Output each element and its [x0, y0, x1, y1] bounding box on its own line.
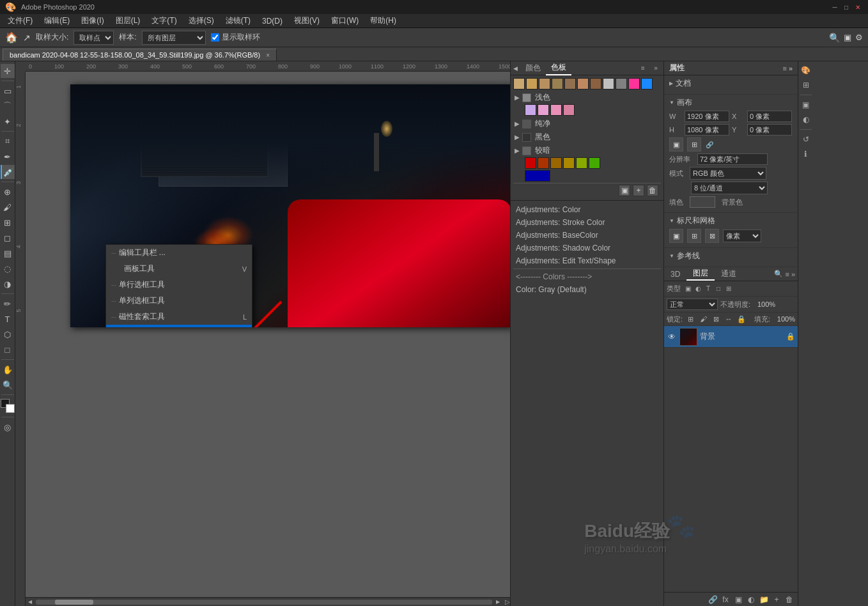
lock-pos-btn[interactable]: ⊞: [685, 314, 695, 324]
folder-pure[interactable]: ▶ 纯净: [513, 117, 661, 130]
adj-item-stroke[interactable]: Adjustments: Stroke Color: [513, 216, 661, 229]
samplesize-select[interactable]: 取样点: [74, 31, 114, 45]
tool-lasso[interactable]: ⌒: [1, 99, 15, 113]
tab-color[interactable]: 颜色: [520, 61, 546, 75]
panel-more-btn[interactable]: »: [651, 63, 661, 74]
menu-layer[interactable]: 图层(L): [111, 14, 146, 27]
foreground-color[interactable]: [1, 399, 15, 413]
layer-eye-btn[interactable]: 👁: [667, 332, 677, 342]
scroll-track-h[interactable]: [36, 600, 492, 605]
swatch-add-btn[interactable]: +: [633, 185, 644, 196]
layer-type-pixel[interactable]: ▣: [683, 284, 692, 293]
ctx-crop[interactable]: ⌗ 裁剪工具 C: [106, 325, 252, 327]
layers-more-icon[interactable]: »: [791, 270, 795, 278]
prop-y-input[interactable]: [747, 124, 792, 136]
layer-type-smart[interactable]: ⊞: [724, 284, 733, 293]
swatch-delete-btn[interactable]: 🗑: [647, 185, 658, 196]
layers-search-icon[interactable]: 🔍: [774, 270, 783, 278]
swatch-1[interactable]: [513, 78, 525, 89]
menu-select[interactable]: 选择(S): [183, 14, 219, 27]
swatch-10[interactable]: [628, 78, 640, 89]
grid-icon-3[interactable]: ⊠: [705, 229, 719, 243]
tool-hand[interactable]: ✋: [1, 362, 15, 377]
adj-item-shadow[interactable]: Adjustments: Shadow Color: [513, 242, 661, 254]
tool-eyedropper[interactable]: ✒: [1, 150, 15, 164]
menu-window[interactable]: 窗口(W): [326, 14, 364, 27]
panel-menu-btn[interactable]: ≡: [638, 63, 648, 74]
swatch-3[interactable]: [539, 78, 550, 89]
layer-link-btn[interactable]: 🔗: [707, 594, 718, 605]
swatch-dark-2[interactable]: [538, 157, 549, 169]
ctx-edit-toolbar[interactable]: ··· 编辑工具栏 ...: [106, 245, 252, 261]
swatch-light-3[interactable]: [550, 104, 562, 116]
menu-filter[interactable]: 滤镜(T): [221, 14, 256, 27]
tool-move[interactable]: ✛: [1, 64, 15, 78]
prop-link-btn[interactable]: 🔗: [705, 140, 714, 149]
tab-channels[interactable]: 通道: [715, 267, 743, 281]
folder-dark[interactable]: ▶ 较暗: [513, 144, 661, 157]
tool-selection[interactable]: ▭: [1, 84, 15, 98]
layout-icon[interactable]: ▣: [844, 33, 851, 42]
swatch-7[interactable]: [590, 78, 601, 89]
tab-layers[interactable]: 图层: [686, 267, 715, 281]
menu-text[interactable]: 文字(T): [146, 14, 182, 27]
swatch-5[interactable]: [564, 78, 576, 89]
settings-icon[interactable]: ⚙: [855, 33, 863, 42]
swatch-create-btn[interactable]: ▣: [619, 185, 630, 196]
document-tab[interactable]: bandicam 2020-04-08 12-55-18-158.00_08_3…: [3, 49, 277, 61]
layer-folder-btn[interactable]: 📁: [758, 594, 770, 605]
lock-draw-btn[interactable]: 🖌: [698, 314, 708, 324]
tool-mode[interactable]: ◎: [1, 420, 15, 434]
prop-icon-1[interactable]: ▣: [669, 137, 683, 152]
show-ring-checkbox[interactable]: [211, 33, 219, 42]
menu-view[interactable]: 视图(V): [289, 14, 325, 27]
menu-3d[interactable]: 3D(D): [257, 15, 288, 27]
search-icon-top[interactable]: 🔍: [829, 33, 840, 43]
layer-adjust-btn[interactable]: ◐: [745, 594, 757, 605]
tool-wand[interactable]: ✦: [1, 114, 15, 128]
swatch-6[interactable]: [577, 78, 589, 89]
tab-3d[interactable]: 3D: [664, 267, 686, 281]
lock-move-btn[interactable]: ↔: [724, 314, 734, 324]
prop-fill-color[interactable]: [690, 196, 715, 208]
swatch-9[interactable]: [616, 78, 627, 89]
layer-row-bg[interactable]: 👁 背景 🔒: [664, 326, 798, 348]
swatch-dark-3[interactable]: [550, 157, 562, 169]
layer-delete-btn[interactable]: 🗑: [784, 594, 795, 605]
lock-all-btn[interactable]: 🔒: [736, 314, 747, 324]
swatch-dark-4[interactable]: [563, 157, 575, 169]
scroll-right-btn[interactable]: ▶: [493, 598, 502, 607]
layer-type-adjust[interactable]: ◐: [694, 284, 702, 293]
swatch-dark-5[interactable]: [576, 157, 587, 169]
page-nav-icon[interactable]: ▷: [505, 598, 510, 605]
sample-select[interactable]: 所有图层: [142, 31, 206, 45]
tool-eyedropper-active[interactable]: 💉: [1, 165, 15, 179]
ctx-magnetic-lasso[interactable]: ··· 磁性套索工具 L: [106, 309, 252, 325]
prop-grid-title[interactable]: ▼ 标尺和网格: [669, 215, 793, 226]
layer-type-text[interactable]: T: [704, 284, 713, 293]
prop-x-input[interactable]: [747, 111, 792, 122]
layer-mask-btn[interactable]: ▣: [732, 594, 744, 605]
adj-item-text[interactable]: Adjustments: Edit Text/Shape: [513, 254, 661, 267]
adj-color-gray[interactable]: Color: Gray (Default): [513, 283, 661, 296]
props-more-btn[interactable]: »: [789, 65, 793, 72]
swatch-dark-6[interactable]: [589, 157, 600, 169]
tool-eraser[interactable]: ◻: [1, 231, 15, 245]
tool-brush[interactable]: 🖌: [1, 200, 15, 214]
tool-stamp[interactable]: ⊞: [1, 215, 15, 229]
home-icon[interactable]: 🏠: [5, 31, 18, 43]
scroll-thumb-h[interactable]: [55, 600, 93, 605]
swatch-dark-1[interactable]: [525, 157, 536, 169]
prop-mode-select[interactable]: RGB 颜色: [690, 167, 766, 180]
tool-gradient[interactable]: ▤: [1, 246, 15, 260]
minimize-button[interactable]: ─: [830, 2, 840, 12]
tool-blur[interactable]: ◌: [1, 261, 15, 276]
doc-tab-close[interactable]: ×: [266, 52, 270, 59]
swatch-4[interactable]: [552, 78, 563, 89]
grid-icon-2[interactable]: ⊞: [687, 229, 701, 243]
strip-history-icon[interactable]: ↺: [800, 133, 812, 146]
lock-artboard-btn[interactable]: ⊠: [711, 314, 721, 324]
prop-canvas-title[interactable]: ▼ 画布: [669, 97, 793, 108]
tool-dodge[interactable]: ◑: [1, 277, 15, 291]
swatch-dark-blue[interactable]: [525, 170, 550, 182]
